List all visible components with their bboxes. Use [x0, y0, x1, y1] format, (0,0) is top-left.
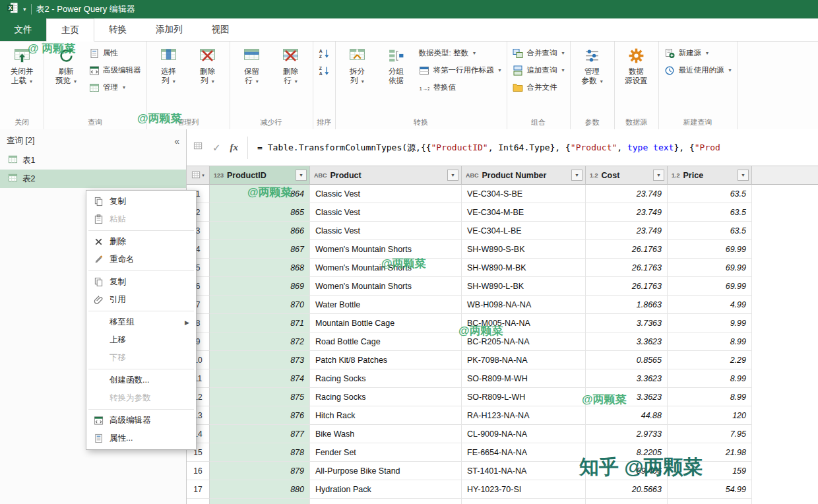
cell[interactable]: Classic Vest: [310, 222, 462, 240]
cell[interactable]: Women's Mountain Shorts: [310, 259, 462, 277]
new-source-button[interactable]: 新建源▾: [662, 47, 734, 59]
cell[interactable]: 874: [210, 369, 310, 388]
query-table1[interactable]: 表1: [0, 151, 186, 170]
cell[interactable]: 865: [210, 203, 310, 222]
cell[interactable]: PK-7098-NA-NA: [462, 351, 586, 369]
collapse-pane-icon[interactable]: «: [174, 136, 179, 146]
split-column-button[interactable]: 拆分列 ▾: [339, 42, 376, 86]
merge-queries-button[interactable]: 合并查询▾: [511, 47, 567, 59]
cell[interactable]: 20.5663: [586, 480, 668, 499]
filter-caret-icon[interactable]: ▼: [296, 170, 307, 181]
column-header-product[interactable]: ABCProduct▼: [310, 166, 462, 185]
cell[interactable]: SO-R809-M-WH: [462, 369, 586, 388]
cell[interactable]: 868: [210, 259, 310, 277]
filter-caret-icon[interactable]: ▼: [738, 170, 749, 181]
cell[interactable]: 69.99: [668, 240, 752, 259]
cell[interactable]: 44.88: [586, 406, 668, 425]
menu-item-move-up[interactable]: 上移: [86, 331, 196, 349]
cell[interactable]: Water Bottle: [310, 296, 462, 314]
cell[interactable]: 26.1763: [586, 277, 668, 296]
cell[interactable]: 875: [210, 388, 310, 406]
cell[interactable]: 866: [210, 222, 310, 240]
cell[interactable]: SH-W890-M-BK: [462, 259, 586, 277]
cell[interactable]: Classic Vest: [310, 185, 462, 203]
cell[interactable]: 3.3623: [586, 369, 668, 388]
tab-file[interactable]: 文件: [0, 18, 46, 41]
cell[interactable]: 871: [210, 314, 310, 332]
cell[interactable]: [668, 499, 752, 504]
cell[interactable]: 2.29: [668, 351, 752, 369]
cell[interactable]: Patch Kit/8 Patches: [310, 351, 462, 369]
cell[interactable]: 21.98: [668, 443, 752, 462]
cell[interactable]: Women's Mountain Shorts: [310, 240, 462, 259]
cell[interactable]: Racing Socks: [310, 388, 462, 406]
filter-caret-icon[interactable]: ▼: [571, 170, 582, 181]
row-number[interactable]: 18: [187, 499, 210, 504]
cell[interactable]: 1.8663: [586, 296, 668, 314]
cell[interactable]: 26.1763: [586, 240, 668, 259]
cell[interactable]: 23.749: [586, 222, 668, 240]
cell[interactable]: 120: [668, 406, 752, 425]
cell[interactable]: All-Purpose Bike Stand: [310, 462, 462, 480]
cell[interactable]: 63.5: [668, 222, 752, 240]
cell[interactable]: 869: [210, 277, 310, 296]
cell[interactable]: HY-1023-70-SI: [462, 480, 586, 499]
remove-columns-button[interactable]: 删除列 ▾: [189, 42, 226, 86]
menu-item-reference[interactable]: 引用: [86, 291, 196, 309]
row-number[interactable]: 17: [187, 480, 210, 499]
manage-button[interactable]: 管理▾: [86, 81, 143, 94]
filter-caret-icon[interactable]: ▼: [653, 170, 664, 181]
cell[interactable]: 876: [210, 406, 310, 425]
cell[interactable]: SO-R809-L-WH: [462, 388, 586, 406]
cell[interactable]: 8.99: [668, 369, 752, 388]
cell[interactable]: RA-H123-NA-NA: [462, 406, 586, 425]
cell[interactable]: 69.99: [668, 277, 752, 296]
row-number[interactable]: 16: [187, 462, 210, 480]
cell[interactable]: 867: [210, 240, 310, 259]
data-source-settings-button[interactable]: 数据源设置: [618, 42, 655, 85]
cell[interactable]: Hitch Rack: [310, 406, 462, 425]
cell[interactable]: SH-W890-S-BK: [462, 240, 586, 259]
cell[interactable]: 59.466: [586, 462, 668, 480]
recent-sources-button[interactable]: 最近使用的源▾: [662, 64, 734, 77]
close-and-load-button[interactable]: 关闭并上载 ▾: [3, 42, 40, 86]
cell[interactable]: 26.1763: [586, 259, 668, 277]
formula-input[interactable]: = Table.TransformColumnTypes(源,{{"Produc…: [257, 142, 818, 154]
advanced-editor-button[interactable]: 高级编辑器: [86, 64, 143, 77]
cell[interactable]: Road Bottle Cage: [310, 332, 462, 351]
cell[interactable]: 877: [210, 425, 310, 443]
keep-rows-button[interactable]: 保留行 ▾: [234, 42, 270, 86]
append-queries-button[interactable]: 追加查询▾: [511, 64, 567, 77]
column-header-product-number[interactable]: ABCProduct Number▼: [462, 166, 586, 185]
cell[interactable]: Hydration Pack: [310, 480, 462, 499]
cell[interactable]: Mountain Bottle Cage: [310, 314, 462, 332]
cell[interactable]: Bike Wash: [310, 425, 462, 443]
cell[interactable]: 870: [210, 296, 310, 314]
menu-item-rename[interactable]: 重命名: [86, 251, 196, 268]
cell[interactable]: 879: [210, 462, 310, 480]
cell[interactable]: 2.9733: [586, 425, 668, 443]
column-header-price[interactable]: 1.2Price▼: [668, 166, 752, 185]
properties-button[interactable]: 属性: [86, 47, 143, 59]
refresh-preview-button[interactable]: 刷新预览 ▾: [47, 42, 84, 86]
query-table2[interactable]: 表2: [0, 170, 186, 188]
cell[interactable]: 63.5: [668, 203, 752, 222]
cell[interactable]: BC-R205-NA-NA: [462, 332, 586, 351]
filter-caret-icon[interactable]: ▼: [447, 170, 458, 181]
cell[interactable]: Fender Set: [310, 443, 462, 462]
cell[interactable]: ST-1401-NA-NA: [462, 462, 586, 480]
menu-item-delete[interactable]: 删除: [86, 233, 196, 251]
use-first-row-as-headers-button[interactable]: 将第一行用作标题▾: [417, 64, 503, 77]
manage-parameters-button[interactable]: 管理参数 ▾: [574, 42, 611, 86]
cell[interactable]: [462, 499, 586, 504]
cell[interactable]: 9.99: [668, 314, 752, 332]
menu-item-move-to-group[interactable]: 移至组▶: [86, 313, 196, 331]
cell[interactable]: 864: [210, 185, 310, 203]
cell[interactable]: VE-C304-S-BE: [462, 185, 586, 203]
cell[interactable]: WB-H098-NA-NA: [462, 296, 586, 314]
tab-home[interactable]: 主页: [46, 18, 94, 42]
quick-access-caret-icon[interactable]: ▾: [23, 6, 26, 13]
cell[interactable]: Classic Vest: [310, 203, 462, 222]
replace-values-button[interactable]: 1→2替换值: [417, 81, 503, 94]
tab-view[interactable]: 视图: [197, 18, 244, 41]
